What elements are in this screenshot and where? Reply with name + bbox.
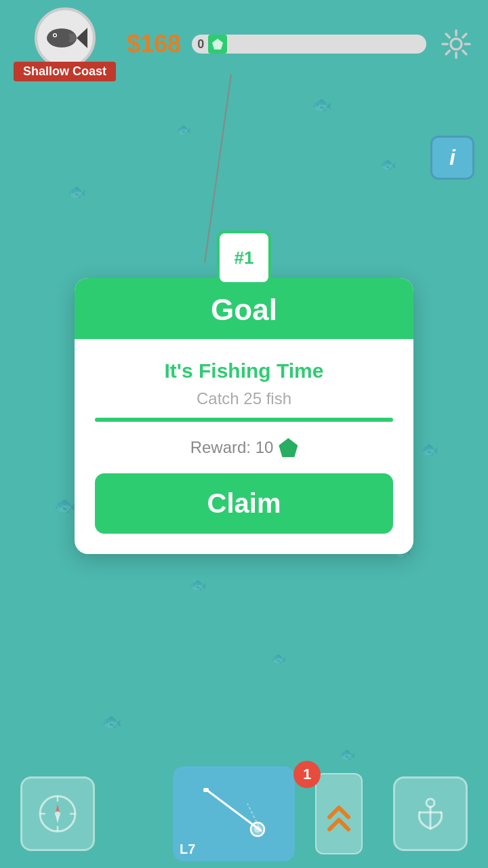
settings-button[interactable]	[437, 26, 474, 63]
svg-point-17	[254, 826, 261, 833]
svg-point-19	[426, 799, 434, 807]
money-amount: $168	[127, 30, 181, 58]
anchor-button[interactable]	[393, 776, 468, 851]
goal-number: #1	[235, 248, 254, 269]
rod-icon-wrapper: 1 L7	[173, 766, 315, 861]
fish-avatar	[35, 7, 96, 68]
svg-point-7	[55, 811, 60, 816]
compass-button[interactable]	[20, 776, 95, 851]
info-button[interactable]: i	[430, 136, 474, 180]
location-label: Shallow Coast	[14, 62, 116, 81]
reward-gem-icon	[279, 438, 298, 457]
goal-description: Catch 25 fish	[95, 389, 393, 408]
notification-badge: 1	[293, 761, 321, 788]
svg-marker-1	[77, 28, 87, 48]
svg-point-3	[54, 34, 56, 36]
goal-card-body: It's Fishing Time Catch 25 fish Reward: …	[75, 339, 413, 554]
goal-card-header: Goal	[75, 278, 413, 339]
top-bar: Shallow Coast $168 0	[0, 0, 488, 88]
goal-number-badge: #1	[217, 231, 271, 285]
svg-point-5	[451, 39, 462, 50]
svg-rect-18	[203, 788, 209, 792]
money-bar: $168 0	[127, 30, 426, 58]
goal-title: Goal	[88, 293, 400, 327]
info-icon: i	[449, 145, 455, 170]
upgrade-button[interactable]	[315, 773, 363, 854]
goal-subtitle: It's Fishing Time	[95, 359, 393, 382]
rod-level: L7	[180, 842, 195, 857]
goal-card-wrapper: #1 Goal It's Fishing Time Catch 25 fish …	[75, 231, 413, 554]
goal-card: Goal It's Fishing Time Catch 25 fish Rew…	[75, 278, 413, 554]
currency-bar: 0	[192, 35, 426, 54]
rod-icon-box[interactable]: L7	[173, 766, 295, 861]
goal-progress-bar	[95, 418, 393, 422]
goal-reward: Reward: 10	[95, 438, 393, 457]
claim-button[interactable]: Claim	[95, 473, 393, 534]
location-badge: Shallow Coast	[14, 7, 116, 81]
bottom-bar: 1 L7	[0, 760, 488, 868]
reward-text: Reward: 10	[190, 438, 274, 457]
svg-marker-4	[212, 39, 223, 50]
upgrade-chevron-icon	[324, 790, 354, 837]
currency-count: 0	[197, 37, 204, 52]
gem-icon	[208, 35, 227, 54]
